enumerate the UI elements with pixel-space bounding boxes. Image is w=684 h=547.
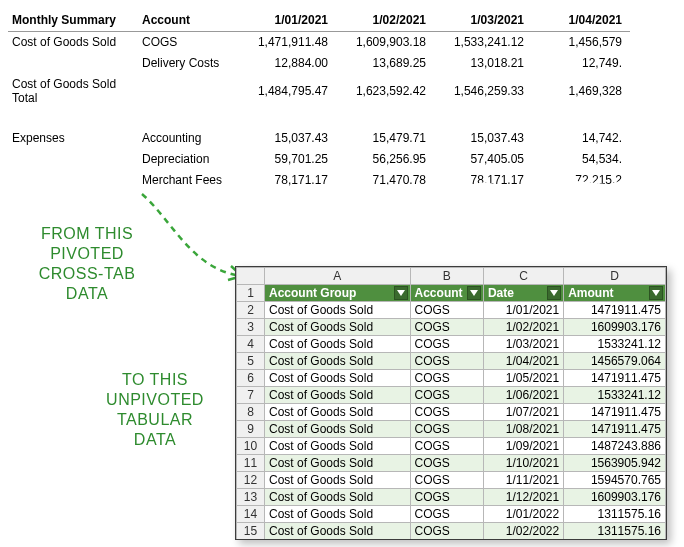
row-number[interactable]: 12 bbox=[237, 472, 265, 489]
row-number[interactable]: 4 bbox=[237, 336, 265, 353]
table-cell[interactable]: Cost of Goods Sold bbox=[265, 506, 411, 523]
table-cell[interactable]: 1/02/2022 bbox=[483, 523, 563, 540]
row-number[interactable]: 10 bbox=[237, 438, 265, 455]
table-cell[interactable]: 1/01/2021 bbox=[483, 302, 563, 319]
table-cell[interactable]: Cost of Goods Sold bbox=[265, 302, 411, 319]
table-header-account[interactable]: Account bbox=[410, 285, 483, 302]
table-cell[interactable]: COGS bbox=[410, 370, 483, 387]
crosstab-cell: 13,018.21 bbox=[434, 53, 532, 74]
table-header-date[interactable]: Date bbox=[483, 285, 563, 302]
table-cell[interactable]: 1/08/2021 bbox=[483, 421, 563, 438]
row-number[interactable]: 14 bbox=[237, 506, 265, 523]
table-cell[interactable]: 1471911.475 bbox=[564, 370, 666, 387]
table-cell[interactable]: Cost of Goods Sold bbox=[265, 387, 411, 404]
table-cell[interactable]: 1/06/2021 bbox=[483, 387, 563, 404]
table-cell[interactable]: 1/12/2021 bbox=[483, 489, 563, 506]
table-cell[interactable]: Cost of Goods Sold bbox=[265, 438, 411, 455]
table-cell[interactable]: 1/01/2022 bbox=[483, 506, 563, 523]
table-header-amount[interactable]: Amount bbox=[564, 285, 666, 302]
crosstab-cell: 54,534. bbox=[532, 149, 630, 170]
table-cell[interactable]: COGS bbox=[410, 302, 483, 319]
table-cell[interactable]: Cost of Goods Sold bbox=[265, 489, 411, 506]
table-cell[interactable]: COGS bbox=[410, 506, 483, 523]
table-cell[interactable]: Cost of Goods Sold bbox=[265, 370, 411, 387]
crosstab-cell bbox=[8, 170, 138, 191]
table-cell[interactable]: Cost of Goods Sold bbox=[265, 336, 411, 353]
table-cell[interactable]: Cost of Goods Sold bbox=[265, 319, 411, 336]
row-number[interactable]: 2 bbox=[237, 302, 265, 319]
crosstab-cell: 1,623,592.42 bbox=[336, 74, 434, 109]
table-cell[interactable]: Cost of Goods Sold bbox=[265, 455, 411, 472]
row-number[interactable]: 9 bbox=[237, 421, 265, 438]
table-cell[interactable]: 1311575.16 bbox=[564, 523, 666, 540]
table-cell[interactable]: COGS bbox=[410, 455, 483, 472]
row-number[interactable]: 15 bbox=[237, 523, 265, 540]
crosstab-cell bbox=[8, 109, 138, 128]
table-cell[interactable]: Cost of Goods Sold bbox=[265, 404, 411, 421]
table-cell[interactable]: 1/03/2021 bbox=[483, 336, 563, 353]
table-cell[interactable]: Cost of Goods Sold bbox=[265, 421, 411, 438]
table-cell[interactable]: COGS bbox=[410, 472, 483, 489]
table-cell[interactable]: Cost of Goods Sold bbox=[265, 472, 411, 489]
crosstab-header: 1/02/2021 bbox=[336, 10, 434, 32]
table-cell[interactable]: 1/10/2021 bbox=[483, 455, 563, 472]
table-cell[interactable]: COGS bbox=[410, 319, 483, 336]
row-number[interactable]: 5 bbox=[237, 353, 265, 370]
row-number[interactable]: 13 bbox=[237, 489, 265, 506]
table-cell[interactable]: 1/07/2021 bbox=[483, 404, 563, 421]
row-number[interactable]: 6 bbox=[237, 370, 265, 387]
crosstab-cell: 15,037.43 bbox=[434, 128, 532, 149]
table-cell[interactable]: COGS bbox=[410, 387, 483, 404]
crosstab-cell bbox=[532, 109, 630, 128]
col-letter[interactable]: D bbox=[564, 268, 666, 285]
table-cell[interactable]: 1609903.176 bbox=[564, 489, 666, 506]
table-cell[interactable]: 1/04/2021 bbox=[483, 353, 563, 370]
table-cell[interactable]: Cost of Goods Sold bbox=[265, 353, 411, 370]
table-cell[interactable]: 1/11/2021 bbox=[483, 472, 563, 489]
filter-dropdown-icon[interactable] bbox=[649, 286, 663, 300]
crosstab-cell bbox=[8, 53, 138, 74]
table-cell[interactable]: 1533241.12 bbox=[564, 336, 666, 353]
row-number[interactable]: 11 bbox=[237, 455, 265, 472]
crosstab-cell: 1,469,328 bbox=[532, 74, 630, 109]
table-cell[interactable]: COGS bbox=[410, 336, 483, 353]
table-cell[interactable]: 1/02/2021 bbox=[483, 319, 563, 336]
table-cell[interactable]: COGS bbox=[410, 421, 483, 438]
filter-dropdown-icon[interactable] bbox=[547, 286, 561, 300]
crosstab-cell bbox=[138, 109, 238, 128]
table-cell[interactable]: COGS bbox=[410, 489, 483, 506]
table-cell[interactable]: COGS bbox=[410, 404, 483, 421]
crosstab-cell bbox=[434, 109, 532, 128]
table-cell[interactable]: Cost of Goods Sold bbox=[265, 523, 411, 540]
table-cell[interactable]: 1533241.12 bbox=[564, 387, 666, 404]
col-letter[interactable]: B bbox=[410, 268, 483, 285]
table-cell[interactable]: 1609903.176 bbox=[564, 319, 666, 336]
annotation-to: TO THIS UNPIVOTED TABULAR DATA bbox=[90, 370, 220, 450]
table-cell[interactable]: 1594570.765 bbox=[564, 472, 666, 489]
row-number[interactable]: 7 bbox=[237, 387, 265, 404]
table-cell[interactable]: 1563905.942 bbox=[564, 455, 666, 472]
table-cell[interactable]: 1487243.886 bbox=[564, 438, 666, 455]
table-cell[interactable]: 1311575.16 bbox=[564, 506, 666, 523]
col-letter[interactable]: A bbox=[265, 268, 411, 285]
table-cell[interactable]: COGS bbox=[410, 438, 483, 455]
table-cell[interactable]: 1/05/2021 bbox=[483, 370, 563, 387]
row-number[interactable]: 3 bbox=[237, 319, 265, 336]
table-cell[interactable]: 1/09/2021 bbox=[483, 438, 563, 455]
table-cell[interactable]: 1471911.475 bbox=[564, 404, 666, 421]
table-cell[interactable]: 1471911.475 bbox=[564, 421, 666, 438]
table-header-account-group[interactable]: Account Group bbox=[265, 285, 411, 302]
col-letter[interactable]: C bbox=[483, 268, 563, 285]
table-cell[interactable]: 1471911.475 bbox=[564, 302, 666, 319]
crosstab-cell bbox=[8, 149, 138, 170]
filter-dropdown-icon[interactable] bbox=[394, 286, 408, 300]
crosstab-cell: Expenses bbox=[8, 128, 138, 149]
row-number[interactable]: 8 bbox=[237, 404, 265, 421]
table-cell[interactable]: COGS bbox=[410, 523, 483, 540]
crosstab-cell bbox=[238, 109, 336, 128]
table-cell[interactable]: COGS bbox=[410, 353, 483, 370]
filter-dropdown-icon[interactable] bbox=[467, 286, 481, 300]
crosstab-cell: COGS bbox=[138, 32, 238, 54]
row-number[interactable]: 1 bbox=[237, 285, 265, 302]
table-cell[interactable]: 1456579.064 bbox=[564, 353, 666, 370]
